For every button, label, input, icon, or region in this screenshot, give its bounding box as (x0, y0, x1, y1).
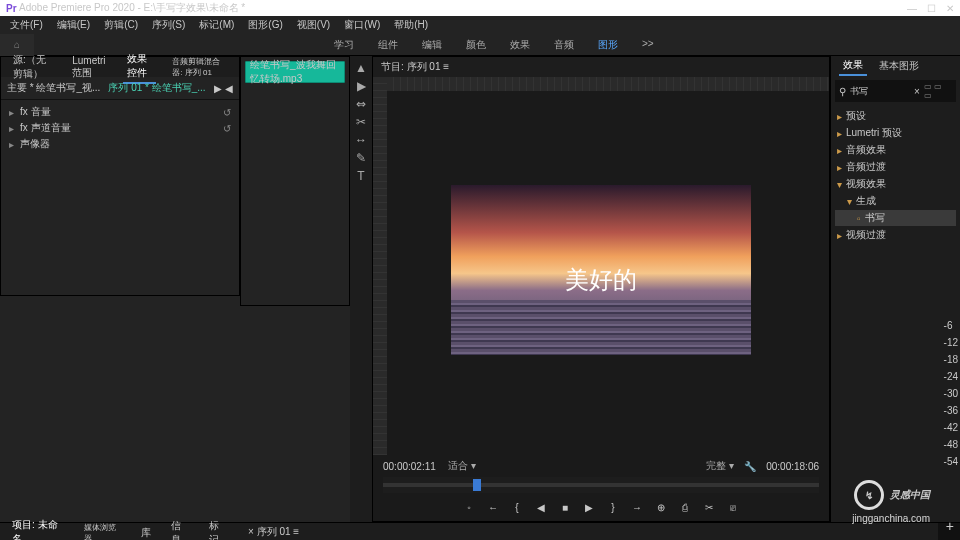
fx-row-panner[interactable]: ▸声像器 (1, 136, 239, 152)
export-frame-button[interactable]: ✂ (702, 502, 716, 513)
tool-strip: ▲ ▶ ⇔ ✂ ↔ ✎ T (350, 56, 372, 522)
ruler-vertical[interactable] (373, 77, 387, 455)
ws-overflow[interactable]: >> (642, 38, 654, 52)
close-icon[interactable]: ✕ (946, 3, 954, 14)
comparison-button[interactable]: ⎚ (726, 502, 740, 513)
extract-button[interactable]: ⎙ (678, 502, 692, 513)
marker-button[interactable]: ◦ (462, 502, 476, 513)
folder-icon: ▸ (837, 128, 842, 139)
menu-window[interactable]: 窗口(W) (344, 18, 380, 32)
razor-tool-icon[interactable]: ✂ (356, 116, 366, 128)
fx-timeline-area: 绘笔书写_波我舞回忆转场.mp3 (240, 56, 350, 306)
folder-icon: ▸ (837, 230, 842, 241)
fx-tree-item[interactable]: ▸预设 (835, 108, 956, 124)
folder-icon: ▫ (857, 213, 861, 224)
fx-master-clip[interactable]: 主要 * 绘笔书写_视... (7, 81, 100, 95)
program-tab[interactable]: 节目: 序列 01 ≡ (381, 60, 449, 74)
goto-in-button[interactable]: { (510, 502, 524, 513)
tab-markers[interactable]: 标记 (205, 517, 232, 540)
menu-file[interactable]: 文件(F) (10, 18, 43, 32)
fx-tree-item[interactable]: ▸音频过渡 (835, 159, 956, 175)
tab-project[interactable]: 项目: 未命名 (8, 516, 68, 540)
fx-row-volume[interactable]: ▸fx 音量↺ (1, 104, 239, 120)
fx-tree-item[interactable]: ▾生成 (835, 193, 956, 209)
fx-filter-icons[interactable]: ▭ ▭ ▭ (924, 82, 952, 100)
fx-tree-item[interactable]: ▸视频过渡 (835, 227, 956, 243)
ws-effects[interactable]: 效果 (510, 38, 530, 52)
type-tool-icon[interactable]: T (357, 170, 364, 182)
window-title: Adobe Premiere Pro 2020 - E:\手写字效果\未命名 * (19, 1, 245, 15)
ripple-tool-icon[interactable]: ⇔ (356, 98, 366, 110)
watermark: ↯ 灵感中国 jingganchina.com (854, 480, 930, 510)
ws-learn[interactable]: 学习 (334, 38, 354, 52)
fx-kf-nav[interactable]: ▶ ◀ (214, 83, 233, 94)
step-fwd-button[interactable]: ▶ (582, 502, 596, 513)
effects-search-input[interactable] (850, 86, 910, 96)
fx-tree-item[interactable]: ▸音频效果 (835, 142, 956, 158)
ruler-horizontal[interactable] (387, 77, 829, 91)
menubar: 文件(F) 编辑(E) 剪辑(C) 序列(S) 标记(M) 图形(G) 视图(V… (0, 16, 960, 34)
program-timecode-left[interactable]: 00:00:02:11 (383, 461, 436, 472)
program-scrubber[interactable] (383, 477, 819, 493)
wrench-icon[interactable]: 🔧 (744, 461, 756, 472)
folder-icon: ▸ (837, 111, 842, 122)
reset-icon[interactable]: ↺ (223, 107, 231, 118)
timeline-tab[interactable]: × 序列 01 ≡ (248, 525, 299, 539)
titlebar: Pr Adobe Premiere Pro 2020 - E:\手写字效果\未命… (0, 0, 960, 16)
transport-controls: ◦ ← { ◀ ■ ▶ } → ⊕ ⎙ ✂ ⎚ (373, 493, 829, 521)
tab-audio-mixer[interactable]: 音频剪辑混合器: 序列 01 (168, 54, 231, 80)
add-button-icon[interactable]: + (946, 518, 954, 534)
ws-color[interactable]: 颜色 (466, 38, 486, 52)
lift-button[interactable]: ⊕ (654, 502, 668, 513)
fx-tree-item[interactable]: ▾视频效果 (835, 176, 956, 192)
tab-effects[interactable]: 效果 (839, 56, 867, 76)
menu-help[interactable]: 帮助(H) (394, 18, 428, 32)
fx-seq-clip[interactable]: 序列 01 * 绘笔书写_... (108, 81, 205, 95)
timeline-panel: × 序列 01 ≡ 00:00:02:11 ⇆ ∩ ▸ ⚙ 00:00:00:0… (240, 523, 938, 540)
ws-assembly[interactable]: 组件 (378, 38, 398, 52)
slip-tool-icon[interactable]: ↔ (355, 134, 367, 146)
reset-icon[interactable]: ↺ (223, 123, 231, 134)
quality-dropdown[interactable]: 完整 ▾ (706, 459, 734, 473)
menu-sequence[interactable]: 序列(S) (152, 18, 185, 32)
pen-tool-icon[interactable]: ✎ (356, 152, 366, 164)
caption-text: 美好的 (565, 264, 637, 296)
goto-out-button[interactable]: } (606, 502, 620, 513)
clip-chip[interactable]: 绘笔书写_波我舞回忆转场.mp3 (245, 61, 345, 83)
minimize-icon[interactable]: — (907, 3, 917, 14)
menu-markers[interactable]: 标记(M) (199, 18, 234, 32)
project-panel: 项目: 未命名 媒体浏览器 库 信息 标记 ⚲ 未命名.prproj 1项已选择… (0, 523, 240, 540)
ws-audio[interactable]: 音频 (554, 38, 574, 52)
effect-controls-panel: 源:（无剪辑） Lumetri 范围 效果控件 音频剪辑混合器: 序列 01 主… (0, 56, 240, 296)
tab-essential-graphics[interactable]: 基本图形 (875, 57, 923, 75)
maximize-icon[interactable]: ☐ (927, 3, 936, 14)
play-button[interactable]: ■ (558, 502, 572, 513)
menu-view[interactable]: 视图(V) (297, 18, 330, 32)
program-timecode-right: 00:00:18:06 (766, 461, 819, 472)
fx-row-channel[interactable]: ▸fx 声道音量↺ (1, 120, 239, 136)
folder-icon: ▾ (837, 179, 842, 190)
menu-edit[interactable]: 编辑(E) (57, 18, 90, 32)
video-frame[interactable]: 美好的 (451, 185, 751, 355)
fx-tree-item[interactable]: ▸Lumetri 预设 (835, 125, 956, 141)
track-select-tool-icon[interactable]: ▶ (357, 80, 366, 92)
selection-tool-icon[interactable]: ▲ (355, 62, 367, 74)
playhead-icon[interactable] (473, 479, 481, 491)
ws-editing[interactable]: 编辑 (422, 38, 442, 52)
in-button[interactable]: ← (486, 502, 500, 513)
tab-media-browser[interactable]: 媒体浏览器 (80, 520, 125, 540)
tab-libraries[interactable]: 库 (137, 524, 155, 540)
folder-icon: ▾ (847, 196, 852, 207)
tab-info[interactable]: 信息 (167, 517, 194, 540)
menu-graphics[interactable]: 图形(G) (248, 18, 282, 32)
fit-dropdown[interactable]: 适合 ▾ (448, 459, 476, 473)
clear-search-icon[interactable]: × (914, 86, 920, 97)
out-button[interactable]: → (630, 502, 644, 513)
tab-source[interactable]: 源:（无剪辑） (9, 51, 56, 83)
ws-graphics[interactable]: 图形 (598, 38, 618, 52)
tab-lumetri[interactable]: Lumetri 范围 (68, 53, 111, 82)
tab-effect-controls[interactable]: 效果控件 (123, 50, 156, 84)
fx-tree-item[interactable]: ▫书写 (835, 210, 956, 226)
step-back-button[interactable]: ◀ (534, 502, 548, 513)
menu-clip[interactable]: 剪辑(C) (104, 18, 138, 32)
